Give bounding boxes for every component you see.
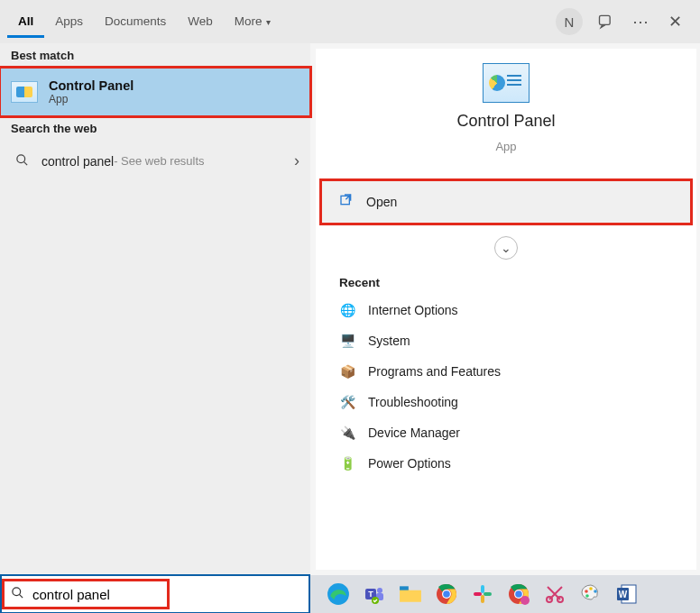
search-web-heading: Search the web [0, 116, 310, 141]
svg-point-22 [515, 590, 522, 598]
recent-heading: Recent [316, 260, 696, 295]
chevron-right-icon: › [294, 151, 299, 170]
best-match-title: Control Panel [49, 78, 134, 93]
svg-text:T: T [368, 590, 373, 599]
svg-point-27 [589, 587, 593, 590]
tab-more[interactable]: More▾ [224, 5, 281, 38]
recent-item[interactable]: 🖥️System [316, 325, 696, 356]
control-panel-large-icon [483, 63, 530, 103]
recent-item-icon: 🖥️ [339, 333, 355, 349]
svg-line-5 [19, 594, 23, 598]
filter-tabs: All Apps Documents Web More▾ N ⋯ ✕ [0, 0, 700, 43]
search-icon [2, 586, 32, 602]
open-label: Open [366, 195, 397, 209]
recent-item[interactable]: 🌐Internet Options [316, 295, 696, 325]
taskbar-app-paint[interactable] [577, 581, 604, 608]
recent-item[interactable]: 🔋Power Options [316, 448, 696, 479]
web-result-query: control panel [41, 154, 114, 169]
svg-point-15 [443, 590, 450, 598]
svg-point-26 [585, 590, 588, 593]
taskbar-app-chrome-2[interactable] [505, 581, 532, 608]
details-pane: Control Panel App Open ⌄ Recent 🌐Interne… [316, 49, 696, 570]
recent-item[interactable]: 📦Programs and Features [316, 356, 696, 387]
svg-line-2 [23, 161, 27, 165]
svg-rect-0 [600, 15, 611, 24]
details-subtitle: App [495, 140, 516, 153]
taskbar: T W [0, 575, 700, 613]
expand-actions-button[interactable]: ⌄ [494, 236, 518, 260]
feedback-icon[interactable] [595, 11, 617, 32]
chevron-down-icon: ▾ [266, 17, 271, 27]
svg-point-1 [16, 154, 24, 162]
best-match-heading: Best match [0, 43, 310, 68]
control-panel-icon [11, 81, 38, 103]
svg-point-9 [377, 588, 382, 593]
recent-item-label: Internet Options [368, 303, 458, 317]
recent-item-icon: 🌐 [339, 302, 355, 318]
more-options-icon[interactable]: ⋯ [630, 11, 651, 32]
tab-documents[interactable]: Documents [94, 5, 177, 38]
recent-item-label: Programs and Features [368, 364, 501, 379]
recent-item-label: System [368, 334, 410, 348]
details-title: Control Panel [456, 112, 555, 131]
taskbar-app-edge[interactable] [325, 581, 352, 608]
svg-point-29 [585, 594, 589, 598]
svg-text:W: W [619, 590, 628, 599]
open-action[interactable]: Open [321, 180, 691, 224]
web-result-row[interactable]: control panel - See web results › [0, 141, 310, 181]
search-icon [11, 153, 32, 169]
recent-item-icon: 🛠️ [339, 394, 355, 410]
web-result-suffix: - See web results [114, 154, 204, 168]
results-list: Best match Control Panel App Search the … [0, 43, 310, 575]
best-match-result[interactable]: Control Panel App [0, 68, 310, 116]
recent-item-label: Device Manager [368, 425, 460, 440]
tab-web[interactable]: Web [177, 5, 224, 38]
recent-item-label: Power Options [368, 456, 451, 471]
taskbar-app-word[interactable]: W [613, 581, 640, 608]
taskbar-app-chrome[interactable] [433, 581, 460, 608]
taskbar-search[interactable] [2, 576, 309, 612]
svg-point-11 [372, 597, 379, 604]
search-input[interactable] [32, 579, 168, 609]
taskbar-app-explorer[interactable] [397, 581, 424, 608]
close-icon[interactable]: ✕ [664, 11, 686, 32]
svg-rect-18 [481, 595, 484, 603]
svg-rect-19 [474, 592, 482, 596]
svg-point-23 [520, 596, 530, 605]
open-icon [339, 193, 354, 211]
recent-item-label: Troubleshooting [368, 395, 458, 409]
svg-point-28 [594, 590, 597, 593]
recent-item-icon: 🔋 [339, 455, 355, 471]
recent-item[interactable]: 🛠️Troubleshooting [316, 387, 696, 417]
recent-item-icon: 📦 [339, 363, 355, 380]
tab-all[interactable]: All [7, 5, 44, 38]
taskbar-app-snip[interactable] [541, 581, 568, 608]
svg-rect-16 [481, 585, 484, 593]
taskbar-app-slack[interactable] [469, 581, 496, 608]
user-avatar[interactable]: N [556, 8, 583, 35]
taskbar-app-teams[interactable]: T [361, 581, 388, 608]
svg-rect-17 [484, 592, 492, 596]
recent-item-icon: 🔌 [339, 425, 355, 441]
svg-point-4 [12, 588, 20, 596]
best-match-subtitle: App [49, 93, 134, 105]
tab-apps[interactable]: Apps [44, 5, 94, 38]
recent-item[interactable]: 🔌Device Manager [316, 417, 696, 448]
svg-rect-12 [400, 586, 409, 590]
